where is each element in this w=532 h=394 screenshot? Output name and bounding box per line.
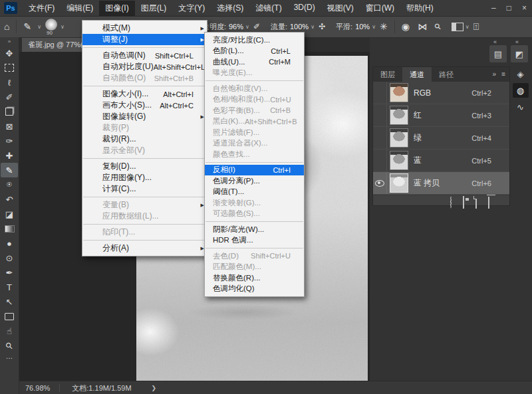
image-menu-item-14[interactable]: 复制(D)...	[82, 161, 207, 172]
eyedropper-tool[interactable]: ✑	[1, 134, 18, 148]
smoothing-value[interactable]: 10%	[355, 23, 370, 31]
collapse-dock-icon[interactable]: «	[493, 39, 497, 45]
pen-tool[interactable]: ✒	[1, 265, 18, 280]
maximize-button[interactable]: □	[507, 3, 511, 13]
dodge-tool[interactable]: ⊙	[1, 250, 18, 265]
image-menu-item-9[interactable]: 图像旋转(G)▶	[82, 111, 207, 122]
delete-channel-button[interactable]	[488, 197, 489, 209]
rectangular-marquee-tool[interactable]	[1, 60, 18, 75]
close-button[interactable]: ×	[522, 3, 527, 13]
image-menu-item-1[interactable]: 调整(J)▶	[82, 34, 207, 45]
image-menu-item-23[interactable]: 分析(A)▶	[82, 243, 207, 254]
image-menu-item-7[interactable]: 图像大小(I)...Alt+Ctrl+I	[82, 88, 207, 100]
toolbar-collapse-icon[interactable]: »	[0, 37, 19, 46]
layers-panel-icon[interactable]: ◈	[513, 66, 529, 81]
visibility-toggle[interactable]	[373, 127, 387, 149]
history-brush-tool[interactable]: ↶	[1, 192, 18, 207]
adjustments-submenu-item-0[interactable]: 亮度/对比度(C)...	[205, 35, 304, 46]
crop-tool[interactable]	[1, 104, 18, 119]
lasso-tool[interactable]: ℓ	[1, 75, 18, 90]
flow-control[interactable]: 流量: 100% ∨	[271, 22, 315, 32]
hand-tool[interactable]: ☝	[1, 324, 18, 338]
smoothing-control[interactable]: 平滑: 10% ∨	[336, 22, 376, 32]
paint-symmetry-icon[interactable]: ⋈	[418, 21, 427, 32]
collapse-dock-icon[interactable]: «	[515, 39, 519, 45]
adjustments-submenu-item-14[interactable]: 色调分离(P)...	[205, 175, 304, 187]
adjustments-submenu-item-1[interactable]: 色阶(L)...Ctrl+L	[205, 46, 304, 57]
eraser-tool[interactable]: ◪	[1, 207, 18, 221]
brush-settings-panel-icon[interactable]: ▤	[489, 45, 507, 62]
menubar-item-1[interactable]: 编辑(E)	[61, 1, 99, 16]
channel-row-3[interactable]: 蓝Ctrl+5	[373, 149, 509, 172]
channel-row-0[interactable]: RGBCtrl+2	[373, 82, 509, 104]
path-selection-tool[interactable]: ↖	[1, 294, 18, 309]
share-icon[interactable]: ⍐	[473, 21, 479, 33]
move-tool[interactable]: ✥	[1, 46, 18, 60]
home-icon[interactable]: ⌂	[4, 21, 9, 32]
adjustments-submenu-item-15[interactable]: 阈值(T)...	[205, 187, 304, 198]
menubar-item-4[interactable]: 文字(Y)	[172, 1, 211, 16]
channel-row-4[interactable]: 蓝 拷贝Ctrl+6	[373, 172, 509, 195]
channels-panel-icon[interactable]: ◍	[513, 83, 529, 98]
menubar-item-5[interactable]: 选择(S)	[211, 1, 249, 16]
image-menu-item-15[interactable]: 应用图像(Y)...	[82, 172, 207, 183]
image-menu-item-16[interactable]: 计算(C)...	[82, 183, 207, 195]
new-channel-button[interactable]	[475, 197, 477, 209]
visibility-toggle[interactable]	[373, 149, 387, 171]
type-tool[interactable]: T	[1, 280, 18, 294]
menubar-item-0[interactable]: 文件(F)	[23, 1, 61, 16]
workspace-toggle-icon[interactable]	[452, 23, 464, 31]
quick-selection-tool[interactable]: ✐	[1, 90, 18, 104]
gear-icon[interactable]: ✳	[380, 21, 388, 32]
tab-layers[interactable]: 图层	[373, 67, 402, 82]
menubar-item-9[interactable]: 窗口(W)	[360, 1, 400, 16]
gradient-tool[interactable]	[1, 221, 18, 236]
clone-stamp-tool[interactable]: ⍟	[1, 177, 18, 192]
adjustments-submenu-item-2[interactable]: 曲线(U)...Ctrl+M	[205, 56, 304, 68]
visibility-toggle[interactable]	[373, 172, 387, 194]
brush-tool[interactable]: ✎	[1, 163, 18, 177]
image-menu-item-11[interactable]: 裁切(R)...	[82, 134, 207, 145]
zoom-level-field[interactable]: 76.98%	[25, 384, 60, 392]
menubar-item-6[interactable]: 滤镜(T)	[249, 1, 287, 16]
image-menu-item-4[interactable]: 自动对比度(U)Alt+Shift+Ctrl+L	[82, 61, 207, 72]
panel-menu-icon[interactable]: ≡	[501, 67, 505, 82]
menubar-item-2[interactable]: 图像(I)	[99, 1, 134, 16]
adjustments-submenu-item-19[interactable]: 阴影/高光(W)...	[205, 224, 304, 235]
pressure-opacity-icon[interactable]: ✐	[253, 22, 260, 31]
image-menu-item-0[interactable]: 模式(M)▶	[82, 23, 207, 34]
save-selection-as-channel-button[interactable]	[463, 197, 464, 209]
load-selection-button[interactable]	[450, 197, 452, 209]
adjustments-submenu-item-20[interactable]: HDR 色调...	[205, 235, 304, 246]
rectangle-tool[interactable]	[1, 309, 18, 324]
spot-healing-brush-tool[interactable]: ✚	[1, 148, 18, 163]
brush-preset-icon[interactable]: ✎	[23, 21, 31, 32]
menubar-item-3[interactable]: 图层(L)	[135, 1, 173, 16]
visibility-toggle[interactable]	[373, 82, 387, 104]
tab-paths[interactable]: 路径	[432, 67, 461, 82]
adjustments-panel-icon[interactable]: ◩	[511, 45, 528, 62]
channel-row-2[interactable]: 绿Ctrl+4	[373, 127, 509, 149]
tab-channels[interactable]: 通道	[402, 67, 432, 82]
menubar-item-8[interactable]: 视图(V)	[321, 1, 360, 16]
adjustments-submenu-item-13[interactable]: 反相(I)Ctrl+I	[205, 165, 304, 176]
minimize-button[interactable]: –	[491, 3, 496, 13]
panel-expand-icon[interactable]: »	[493, 67, 497, 82]
menubar-item-7[interactable]: 3D(D)	[288, 1, 321, 16]
adjustments-submenu-item-24[interactable]: 替换颜色(R)...	[205, 272, 304, 284]
airbrush-icon[interactable]: ✣	[319, 22, 325, 31]
adjustments-submenu-item-25[interactable]: 色调均化(Q)	[205, 284, 304, 295]
image-menu-item-3[interactable]: 自动色调(N)Shift+Ctrl+L	[82, 50, 207, 61]
channel-row-1[interactable]: 红Ctrl+3	[373, 104, 509, 127]
opacity-value[interactable]: 96%	[229, 23, 243, 31]
brush-preview[interactable]: 90	[45, 19, 57, 31]
frame-tool[interactable]: ⊠	[1, 119, 18, 134]
zoom-tool[interactable]: ⚲	[1, 338, 18, 353]
more-tools-icon[interactable]: …	[0, 353, 19, 359]
document-tab[interactable]: 雀斑.jpg @ 77%(	[22, 37, 91, 52]
status-chevron-icon[interactable]: ❯	[152, 385, 157, 391]
blur-tool[interactable]: ●	[1, 236, 18, 250]
visibility-toggle[interactable]	[373, 104, 387, 126]
search-icon[interactable]: ⚲	[432, 21, 443, 32]
menubar-item-10[interactable]: 帮助(H)	[400, 1, 440, 16]
